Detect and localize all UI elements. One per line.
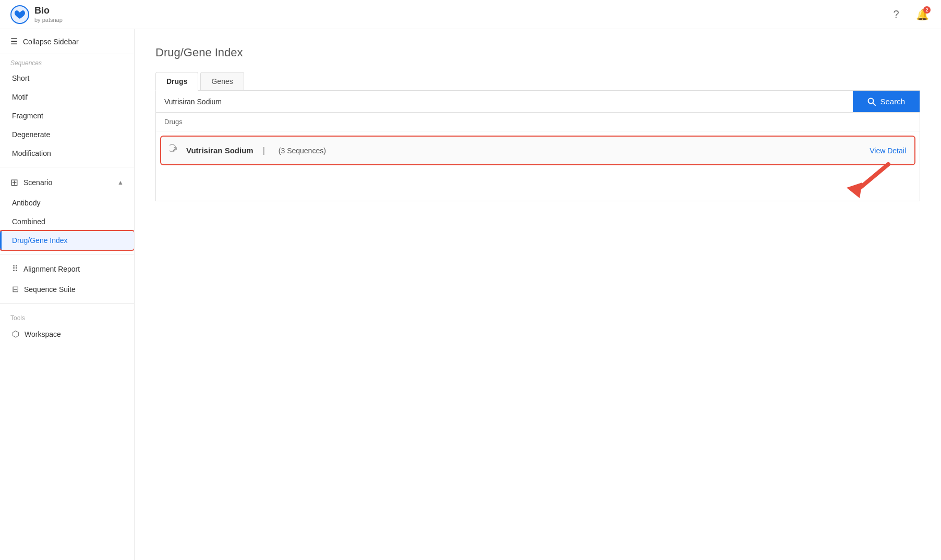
drug-name: Vutrisiran Sodium: [186, 146, 254, 155]
app-header: Bio by patsnap ? 🔔 2: [0, 0, 941, 29]
search-button-label: Search: [880, 97, 905, 106]
header-actions: ? 🔔 2: [888, 6, 931, 23]
sidebar-item-modification-label: Modification: [12, 149, 51, 157]
scenario-grid-icon: ⊞: [10, 177, 18, 188]
sidebar-item-modification[interactable]: Modification: [0, 144, 134, 163]
sidebar-divider-3: [0, 303, 134, 304]
logo-sub: by patsnap: [34, 17, 63, 23]
sequence-count: (3 Sequences): [279, 147, 326, 155]
page-title: Drug/Gene Index: [155, 46, 920, 59]
result-item-left: Vutrisiran Sodium | (3 Sequences): [170, 144, 326, 157]
logo-text: Bio by patsnap: [34, 5, 63, 23]
sidebar-item-drug-gene-index[interactable]: Drug/Gene Index: [0, 231, 134, 250]
arrow-area: [156, 169, 920, 201]
drug-link-icon: [170, 144, 180, 157]
sidebar: ☰ Collapse Sidebar Sequences Short Motif…: [0, 29, 135, 560]
workspace-cube-icon: ⬡: [12, 329, 19, 339]
scenario-group-header[interactable]: ⊞ Scenario ▲: [0, 172, 134, 193]
red-arrow: [841, 159, 904, 201]
sidebar-item-fragment-label: Fragment: [12, 112, 43, 120]
view-detail-link[interactable]: View Detail: [870, 147, 906, 155]
separator: |: [263, 146, 265, 155]
result-item[interactable]: Vutrisiran Sodium | (3 Sequences) View D…: [160, 136, 915, 165]
sidebar-item-antibody-label: Antibody: [12, 199, 40, 207]
collapse-sidebar-label: Collapse Sidebar: [23, 38, 79, 46]
sequences-section-label: Sequences: [0, 54, 134, 69]
sidebar-item-short-label: Short: [12, 74, 29, 82]
tools-section-label: Tools: [0, 308, 134, 324]
help-button[interactable]: ?: [888, 6, 904, 23]
notification-button[interactable]: 🔔 2: [914, 6, 931, 23]
search-icon: [867, 98, 876, 106]
logo: Bio by patsnap: [10, 5, 63, 24]
svg-line-2: [873, 103, 876, 105]
tabs-bar: Drugs Genes: [155, 72, 920, 91]
sidebar-item-combined-label: Combined: [12, 217, 45, 226]
sidebar-item-antibody[interactable]: Antibody: [0, 193, 134, 212]
collapse-sidebar-button[interactable]: ☰ Collapse Sidebar: [0, 29, 134, 54]
sidebar-item-degenerate[interactable]: Degenerate: [0, 125, 134, 144]
main-layout: ☰ Collapse Sidebar Sequences Short Motif…: [0, 29, 941, 560]
sidebar-item-motif-label: Motif: [12, 93, 28, 101]
sidebar-item-workspace[interactable]: ⬡ Workspace: [0, 324, 134, 344]
sidebar-item-alignment-report-label: Alignment Report: [23, 265, 80, 273]
scenario-group-label: Scenario: [23, 178, 52, 187]
sidebar-divider-1: [0, 167, 134, 167]
sidebar-item-sequence-suite-label: Sequence Suite: [24, 285, 76, 294]
hamburger-icon: ☰: [10, 36, 18, 46]
scenario-chevron-icon: ▲: [117, 179, 124, 186]
sidebar-item-short[interactable]: Short: [0, 69, 134, 88]
notification-badge: 2: [923, 6, 931, 14]
results-container: Drugs Vutrisiran Sodium | (3 Sequences) …: [155, 113, 920, 201]
search-button[interactable]: Search: [853, 91, 920, 112]
sidebar-item-drug-gene-index-label: Drug/Gene Index: [12, 236, 68, 245]
tab-drugs[interactable]: Drugs: [155, 72, 198, 91]
results-header: Drugs: [156, 113, 920, 131]
sidebar-item-sequence-suite[interactable]: ⊟ Sequence Suite: [0, 279, 134, 299]
tab-genes[interactable]: Genes: [200, 72, 244, 90]
main-content: Drug/Gene Index Drugs Genes Search Drugs: [135, 29, 941, 560]
sidebar-item-degenerate-label: Degenerate: [12, 130, 50, 139]
svg-line-3: [857, 164, 888, 190]
sidebar-item-motif[interactable]: Motif: [0, 88, 134, 106]
alignment-report-grid-icon: ⠿: [12, 264, 18, 274]
help-icon: ?: [893, 8, 899, 20]
logo-icon: [10, 5, 29, 24]
search-bar-container: Search: [155, 91, 920, 113]
logo-title: Bio: [34, 5, 63, 17]
svg-marker-4: [847, 182, 862, 198]
sidebar-item-workspace-label: Workspace: [25, 330, 61, 338]
sidebar-item-fragment[interactable]: Fragment: [0, 106, 134, 125]
sidebar-divider-2: [0, 254, 134, 254]
scenario-group-left: ⊞ Scenario: [10, 177, 52, 188]
sidebar-item-alignment-report[interactable]: ⠿ Alignment Report: [0, 259, 134, 279]
sequence-suite-icon: ⊟: [12, 284, 19, 294]
search-input[interactable]: [156, 91, 853, 112]
sidebar-item-combined[interactable]: Combined: [0, 212, 134, 231]
